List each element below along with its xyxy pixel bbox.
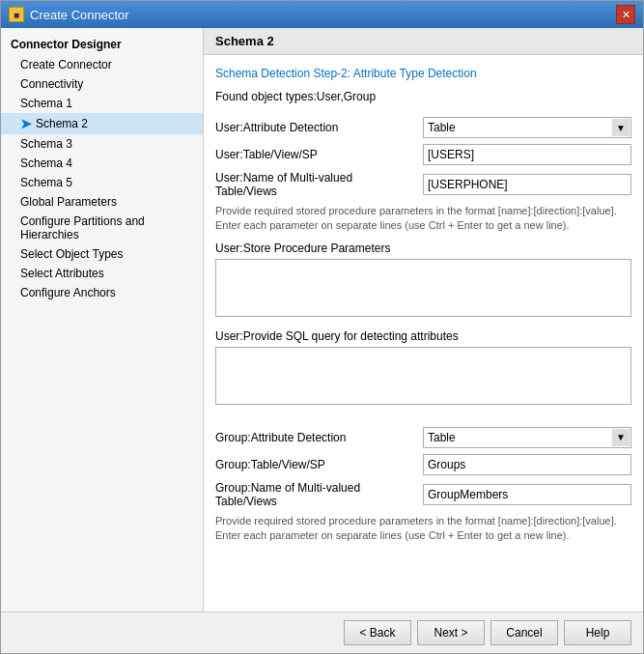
user-store-procedure-textarea[interactable] xyxy=(215,259,631,317)
group-attribute-detection-select-wrapper: Table View Stored Procedure ▼ xyxy=(423,427,631,448)
sidebar-item-global-parameters[interactable]: Global Parameters xyxy=(1,192,203,212)
back-button[interactable]: < Back xyxy=(344,620,411,645)
found-objects: Found object types:User,Group xyxy=(215,90,631,103)
title-bar: ■ Create Connector ✕ xyxy=(1,1,643,28)
user-hint-text: Provide required stored procedure parame… xyxy=(215,204,631,234)
sidebar-item-label: Configure Partitions and Hierarchies xyxy=(20,214,183,242)
user-attribute-detection-select-wrapper: Table View Stored Procedure ▼ xyxy=(423,117,631,138)
user-store-procedure-label: User:Store Procedure Parameters xyxy=(215,242,631,255)
group-attribute-detection-row: Group:Attribute Detection Table View Sto… xyxy=(215,427,631,448)
sidebar-item-schema-1[interactable]: Schema 1 xyxy=(1,94,203,113)
next-button[interactable]: Next > xyxy=(417,620,485,645)
group-multi-valued-input[interactable] xyxy=(423,484,631,505)
sidebar: Connector Designer Create Connector Conn… xyxy=(1,28,204,611)
sidebar-item-configure-partitions[interactable]: Configure Partitions and Hierarchies xyxy=(1,212,203,244)
sidebar-item-label: Select Object Types xyxy=(20,247,124,261)
user-attribute-detection-label: User:Attribute Detection xyxy=(215,121,423,134)
sidebar-item-label: Select Attributes xyxy=(20,267,104,280)
group-hint-text: Provide required stored procedure parame… xyxy=(215,514,631,544)
main-area: Connector Designer Create Connector Conn… xyxy=(1,28,643,611)
sidebar-item-label: Connectivity xyxy=(20,77,83,91)
user-multi-valued-row: User:Name of Multi-valuedTable/Views xyxy=(215,171,631,198)
group-attribute-detection-label: Group:Attribute Detection xyxy=(215,431,423,444)
group-multi-valued-row: Group:Name of Multi-valuedTable/Views xyxy=(215,481,631,508)
current-arrow-icon: ➤ xyxy=(20,116,32,131)
user-sql-query-label: User:Provide SQL query for detecting att… xyxy=(215,329,631,343)
user-multi-valued-label: User:Name of Multi-valuedTable/Views xyxy=(215,171,423,198)
group-table-view-sp-row: Group:Table/View/SP xyxy=(215,454,631,475)
user-attribute-detection-select[interactable]: Table View Stored Procedure xyxy=(423,117,631,138)
sidebar-item-select-attributes[interactable]: Select Attributes xyxy=(1,264,203,283)
group-attribute-detection-select[interactable]: Table View Stored Procedure xyxy=(423,427,631,448)
sidebar-item-select-object-types[interactable]: Select Object Types xyxy=(1,244,203,264)
sidebar-item-label: Global Parameters xyxy=(20,195,117,209)
user-table-view-sp-label: User:Table/View/SP xyxy=(215,148,423,161)
content-area: Schema 2 Schema Detection Step-2: Attrib… xyxy=(204,28,643,611)
sidebar-item-connectivity[interactable]: Connectivity xyxy=(1,74,203,94)
title-bar-left: ■ Create Connector xyxy=(9,7,129,22)
group-multi-valued-label: Group:Name of Multi-valuedTable/Views xyxy=(215,481,423,508)
sidebar-header: Connector Designer xyxy=(1,34,203,55)
sidebar-item-label: Schema 2 xyxy=(36,117,88,130)
sidebar-item-label: Configure Anchors xyxy=(20,286,116,299)
title-bar-controls: ✕ xyxy=(616,5,635,24)
user-sql-query-textarea[interactable] xyxy=(215,347,631,405)
sidebar-item-label: Schema 3 xyxy=(20,137,72,151)
sidebar-item-schema-5[interactable]: Schema 5 xyxy=(1,173,203,192)
sidebar-item-label: Schema 4 xyxy=(20,156,72,170)
user-table-view-sp-input[interactable] xyxy=(423,144,631,165)
cancel-button[interactable]: Cancel xyxy=(490,620,558,645)
app-icon: ■ xyxy=(9,7,24,22)
window-title: Create Connector xyxy=(30,8,129,22)
sidebar-item-label: Schema 5 xyxy=(20,176,72,189)
main-window: ■ Create Connector ✕ Connector Designer … xyxy=(0,0,644,654)
help-button[interactable]: Help xyxy=(564,620,631,645)
sidebar-item-schema-3[interactable]: Schema 3 xyxy=(1,134,203,154)
sidebar-item-label: Create Connector xyxy=(20,58,112,71)
sidebar-item-configure-anchors[interactable]: Configure Anchors xyxy=(1,283,203,302)
user-table-view-sp-row: User:Table/View/SP xyxy=(215,144,631,165)
content-header: Schema 2 xyxy=(204,28,643,55)
group-table-view-sp-input[interactable] xyxy=(423,454,631,475)
sidebar-item-schema-2[interactable]: ➤ Schema 2 xyxy=(1,113,203,134)
footer: < Back Next > Cancel Help xyxy=(1,611,643,653)
user-attribute-detection-row: User:Attribute Detection Table View Stor… xyxy=(215,117,631,138)
section-title: Schema Detection Step-2: Attribute Type … xyxy=(215,67,631,80)
sidebar-item-schema-4[interactable]: Schema 4 xyxy=(1,154,203,173)
content-body: Schema Detection Step-2: Attribute Type … xyxy=(204,55,643,611)
close-button[interactable]: ✕ xyxy=(616,5,635,24)
sidebar-item-label: Schema 1 xyxy=(20,97,72,110)
sidebar-item-create-connector[interactable]: Create Connector xyxy=(1,55,203,74)
group-table-view-sp-label: Group:Table/View/SP xyxy=(215,458,423,471)
user-multi-valued-input[interactable] xyxy=(423,174,631,195)
